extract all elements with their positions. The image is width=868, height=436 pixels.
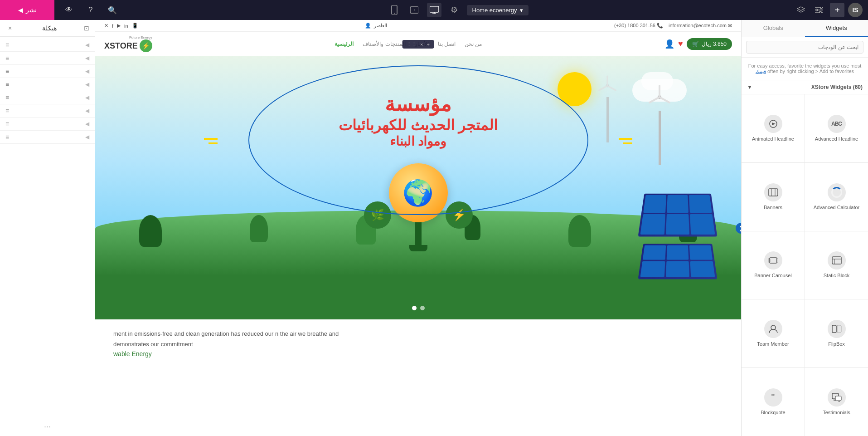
section-handle[interactable]: ⋮⋮ × + — [402, 40, 434, 49]
nav-link-about[interactable]: من نحن — [465, 41, 482, 47]
svg-rect-29 — [832, 257, 841, 264]
site-account-text: العاصر 👤 — [365, 23, 387, 29]
section-close-icon[interactable]: × — [420, 42, 423, 47]
sidebar-item[interactable]: ≡ ◀ — [0, 39, 95, 52]
widget-advanced-calculator[interactable]: Advanced Calculator — [805, 163, 868, 231]
facebook-icon[interactable]: f — [112, 23, 113, 29]
xstore-widgets-section: ▼ XStore Widgets (60) — [742, 80, 868, 94]
favorites-notice: For easy access, favorite the widgets yo… — [742, 58, 868, 80]
globe-bulb: 🌍 — [389, 163, 448, 251]
sidebar-item[interactable]: ≡ ◀ — [0, 104, 95, 118]
search-icon[interactable]: 🔍 — [105, 3, 120, 17]
sidebar-item[interactable]: ≡ ◀ — [0, 118, 95, 131]
youtube-icon[interactable]: ▶ — [117, 23, 121, 29]
sidebar-expand-icon[interactable]: ⊡ — [84, 24, 89, 32]
cart-icon: 🛒 — [692, 41, 699, 47]
tab-globals[interactable]: Globals — [742, 20, 805, 37]
tab-widgets[interactable]: Widgets — [805, 20, 868, 37]
canvas-area: ⋮⋮ × + ✉ information@ecotech.com 📞 301-5… — [95, 20, 741, 436]
svg-line-16 — [650, 97, 659, 103]
flipbox-label: FlipBox — [828, 341, 845, 347]
site-name-label: Home ecoenergy — [472, 7, 517, 14]
device-switcher: ⚙ Home ecoenergy ▾ — [127, 3, 788, 17]
settings-icon[interactable]: ⚙ — [447, 3, 461, 17]
chevron-icon: ◀ — [85, 134, 89, 140]
wishlist-icon[interactable]: ♥ — [678, 39, 683, 49]
account-icon: 👤 — [365, 23, 371, 29]
drag-handle-icon: ≡ — [5, 133, 9, 141]
chevron-icon: ◀ — [85, 42, 89, 48]
team-member-icon — [764, 320, 782, 338]
mobile-device-icon[interactable] — [387, 3, 402, 17]
sidebar-title: هيكلة — [42, 24, 57, 32]
linkedin-icon[interactable]: in — [124, 23, 128, 29]
widget-animated-headline[interactable]: Animated Headline — [742, 94, 805, 162]
widget-search-input[interactable] — [746, 41, 863, 54]
section-arrow-icon[interactable]: ▼ — [747, 84, 752, 90]
user-account-icon[interactable]: 👤 — [664, 39, 674, 49]
widget-banners[interactable]: Banners — [742, 163, 805, 231]
widget-team-member[interactable]: Team Member — [742, 299, 805, 367]
sidebar-header: × هيكلة ⊡ — [0, 20, 95, 37]
layers-icon[interactable] — [794, 3, 808, 17]
section-add-icon[interactable]: + — [427, 42, 430, 47]
svg-rect-33 — [832, 325, 836, 333]
svg-point-1 — [394, 13, 395, 14]
green-circle-lightning: ⚡ — [446, 201, 473, 229]
cart-button[interactable]: 3.850 ريال 🛒 — [687, 38, 732, 50]
chevron-icon: ◀ — [85, 94, 89, 101]
user-avatar[interactable]: IS — [848, 3, 863, 17]
widget-blockquote[interactable]: " Blockquote — [742, 368, 805, 436]
sidebar-item[interactable]: ≡ ◀ — [0, 78, 95, 91]
nav-link-products[interactable]: المنتجات والأصناف — [363, 41, 405, 47]
logo-icon: ⚡ — [140, 39, 152, 52]
widget-static-block[interactable]: Static Block — [805, 231, 868, 299]
svg-marker-22 — [772, 122, 776, 125]
notice-link[interactable]: قيمك — [756, 69, 766, 74]
sidebar-item[interactable]: ≡ ◀ — [0, 131, 95, 144]
sidebar-items-list: ≡ ◀ ≡ ◀ ≡ ◀ ≡ ◀ ≡ ◀ ≡ ◀ — [0, 37, 95, 417]
sidebar-more-button[interactable]: ··· — [0, 417, 95, 436]
eye-icon[interactable]: 👁 — [62, 3, 76, 17]
site-name-button[interactable]: Home ecoenergy ▾ — [467, 5, 529, 15]
site-nav-actions: 3.850 ريال 🛒 ♥ 👤 — [664, 38, 732, 50]
x-icon[interactable]: ✕ — [104, 23, 108, 29]
site-contact-info: ✉ information@ecotech.com 📞 301-56 1800 … — [614, 23, 732, 29]
widget-testimonials[interactable]: Testimonials — [805, 368, 868, 436]
banner-carousel-icon — [764, 251, 782, 269]
widget-advanced-headline[interactable]: ABC Advanced Headline — [805, 94, 868, 162]
drag-handle-icon: ≡ — [5, 68, 9, 75]
slide-dot-2[interactable] — [412, 306, 417, 310]
advanced-calculator-label: Advanced Calculator — [814, 204, 860, 211]
green-circle-leaf: 🌿 — [364, 201, 391, 229]
logo-text-block: Future Energy ⚡ XSTORE — [104, 35, 152, 52]
animated-headline-icon — [764, 115, 782, 133]
drag-handle-icon: ≡ — [5, 120, 9, 127]
sidebar-item[interactable]: ≡ ◀ — [0, 52, 95, 65]
main-layout: × هيكلة ⊡ ≡ ◀ ≡ ◀ ≡ ◀ ≡ ◀ ≡ — [0, 20, 868, 436]
tablet-device-icon[interactable] — [407, 3, 422, 17]
whatsapp-icon[interactable]: 📱 — [132, 23, 138, 29]
help-icon[interactable]: ? — [83, 3, 98, 17]
sidebar-item[interactable]: ≡ ◀ — [0, 91, 95, 104]
sidebar-item[interactable]: ≡ ◀ — [0, 65, 95, 78]
section-title-label: XStore Widgets (60) — [811, 84, 863, 90]
chevron-icon: ◀ — [85, 121, 89, 127]
publish-button[interactable]: ◀ نشر — [0, 0, 54, 20]
renewable-link[interactable]: wable Energy — [113, 350, 152, 358]
add-widget-button[interactable]: + — [830, 3, 844, 17]
arrow-icon: ◀ — [18, 6, 23, 14]
nav-link-contact[interactable]: اتصل بنا — [438, 41, 456, 47]
widget-flipbox[interactable]: FlipBox — [805, 299, 868, 367]
slide-dot-1[interactable] — [420, 306, 425, 310]
widget-banner-carousel[interactable]: Banner Carousel — [742, 231, 805, 299]
logo-label: XSTORE — [104, 41, 138, 51]
desktop-device-icon[interactable] — [427, 3, 441, 17]
wind-turbine-1 — [646, 83, 673, 165]
nav-link-home[interactable]: الرئيسية — [335, 41, 354, 47]
top-bar-tools: 👁 ? 🔍 — [54, 3, 127, 17]
panel-settings-icon[interactable] — [812, 3, 826, 17]
sidebar-close-button[interactable]: × — [5, 24, 15, 33]
wind-turbine-2 — [596, 74, 619, 142]
advanced-calculator-icon — [828, 183, 846, 201]
